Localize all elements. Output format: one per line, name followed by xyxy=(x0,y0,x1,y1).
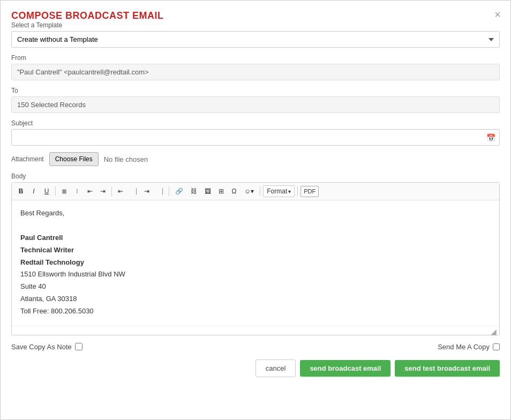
sig-line-company: Redtail Technology xyxy=(20,257,491,268)
to-field-group: To 150 Selected Records xyxy=(11,87,500,113)
body-label: Body xyxy=(11,172,500,180)
image-button[interactable]: 🖼 xyxy=(201,185,214,197)
subject-icon: 📅 xyxy=(486,133,495,142)
attachment-label: Attachment xyxy=(11,155,44,163)
sig-line-address1: 1510 Ellsworth Industrial Blvd NW xyxy=(20,269,491,280)
subject-wrapper: 📅 xyxy=(11,129,500,146)
choose-files-button[interactable]: Choose Files xyxy=(49,152,99,166)
toolbar-separator-1 xyxy=(55,186,56,196)
sig-line-blank xyxy=(20,220,491,231)
editor-content[interactable]: Best Regards, Paul Cantrell Technical Wr… xyxy=(12,200,499,325)
send-me-copy-label: Send Me A Copy xyxy=(438,343,490,351)
indent-decrease-button[interactable]: ⇤ xyxy=(84,185,96,197)
close-button[interactable]: × xyxy=(494,9,501,20)
send-me-copy-group: Send Me A Copy xyxy=(438,343,500,351)
toolbar-separator-3 xyxy=(169,186,169,196)
send-test-broadcast-button[interactable]: send test broadcast email xyxy=(395,360,500,377)
dialog-title: COMPOSE BROADCAST EMAIL xyxy=(11,10,164,21)
send-me-copy-checkbox[interactable] xyxy=(493,343,500,350)
ordered-list-button[interactable]: ≣ xyxy=(58,185,70,197)
to-value: 150 Selected Records xyxy=(11,96,500,113)
format-dropdown-arrow: ▾ xyxy=(288,189,291,194)
unordered-list-button[interactable]: ⁝ xyxy=(71,185,83,197)
italic-button[interactable]: I xyxy=(28,185,40,197)
compose-broadcast-dialog: COMPOSE BROADCAST EMAIL × Select a Templ… xyxy=(0,0,511,420)
sig-line-title: Technical Writer xyxy=(20,245,491,256)
template-select[interactable]: Create without a Template xyxy=(11,31,500,48)
subject-field-group: Subject 📅 xyxy=(11,119,500,146)
emoji-button[interactable]: ☺▾ xyxy=(241,185,257,197)
align-center-button[interactable]: ⎹ xyxy=(127,185,140,197)
resize-handle-icon: ◢ xyxy=(491,327,497,334)
indent-increase-button[interactable]: ⇥ xyxy=(97,185,109,197)
sig-line-address2: Suite 40 xyxy=(20,281,491,292)
align-left-button[interactable]: ⇤ xyxy=(115,185,126,197)
sig-line-name: Paul Cantrell xyxy=(20,232,491,244)
table-button[interactable]: ⊞ xyxy=(215,185,227,197)
toolbar-separator-2 xyxy=(111,186,112,196)
underline-button[interactable]: U xyxy=(41,185,52,197)
toolbar-separator-4 xyxy=(260,186,260,196)
format-dropdown[interactable]: Format ▾ xyxy=(263,185,295,197)
template-label: Select a Template xyxy=(11,21,500,29)
align-right-button[interactable]: ⇥ xyxy=(141,185,153,197)
send-broadcast-button[interactable]: send broadcast email xyxy=(300,360,390,377)
from-value: "Paul Cantrell" <paulcantrell@redtail.co… xyxy=(11,64,500,80)
format-label: Format xyxy=(267,188,287,195)
bottom-options-row: Save Copy As Note Send Me A Copy xyxy=(11,343,500,351)
unlink-button[interactable]: ⛓ xyxy=(187,185,200,197)
justify-button[interactable]: ⎹ xyxy=(154,185,166,197)
to-label: To xyxy=(11,87,500,94)
sig-line-phone: Toll Free: 800.206.5030 xyxy=(20,306,491,317)
save-copy-group: Save Copy As Note xyxy=(11,343,82,351)
save-copy-label: Save Copy As Note xyxy=(11,343,72,351)
cancel-button[interactable]: cancel xyxy=(255,359,296,377)
from-field-group: From "Paul Cantrell" <paulcantrell@redta… xyxy=(11,54,500,80)
editor-toolbar: B I U ≣ ⁝ ⇤ ⇥ ⇤ ⎹ ⇥ xyxy=(12,183,499,200)
special-char-button[interactable]: Ω xyxy=(228,185,240,197)
pdf-button[interactable]: PDF xyxy=(300,186,319,197)
attachment-row: Attachment Choose Files No file chosen xyxy=(11,152,500,166)
bold-button[interactable]: B xyxy=(15,185,27,197)
toolbar-separator-5 xyxy=(297,186,298,196)
action-row: cancel send broadcast email send test br… xyxy=(11,359,500,377)
template-field-group: Select a Template Create without a Templ… xyxy=(11,21,500,48)
sig-line-city: Atlanta, GA 30318 xyxy=(20,294,491,305)
sig-line-1: Best Regards, xyxy=(20,208,491,219)
no-file-text: No file chosen xyxy=(104,155,148,163)
body-section: Body B I U ≣ ⁝ ⇤ ⇥ ⇤ xyxy=(11,172,500,335)
from-label: From xyxy=(11,54,500,62)
subject-label: Subject xyxy=(11,119,500,127)
link-button[interactable]: 🔗 xyxy=(172,185,186,197)
subject-input[interactable] xyxy=(11,129,500,146)
editor-wrapper: B I U ≣ ⁝ ⇤ ⇥ ⇤ ⎹ ⇥ xyxy=(11,182,500,335)
editor-resize-handle-row: ◢ xyxy=(12,326,499,335)
save-copy-checkbox[interactable] xyxy=(75,343,82,350)
